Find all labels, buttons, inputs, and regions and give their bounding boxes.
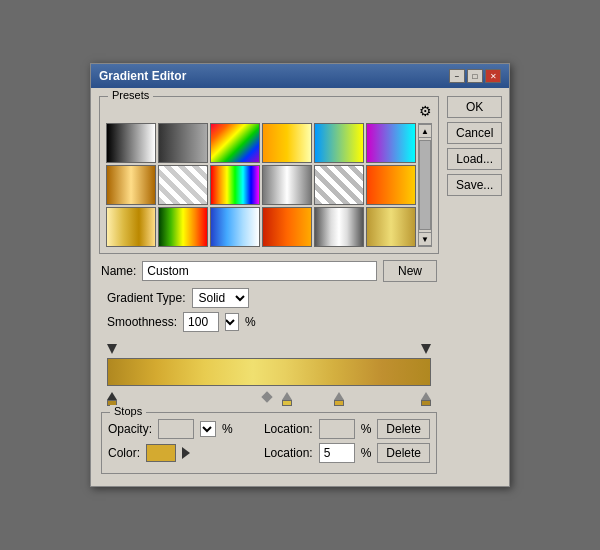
gradient-bar-area bbox=[107, 340, 431, 408]
color-stop-2[interactable] bbox=[282, 392, 292, 406]
stops-group: Stops Opacity: % Location: % Delete Colo… bbox=[101, 412, 437, 474]
location-opacity-input[interactable] bbox=[319, 419, 355, 439]
location-unit-opacity: % bbox=[361, 422, 372, 436]
list-item[interactable] bbox=[314, 123, 364, 163]
dialog-title: Gradient Editor bbox=[99, 69, 186, 83]
list-item[interactable] bbox=[366, 165, 416, 205]
gradient-bar[interactable] bbox=[107, 358, 431, 386]
delete-color-button[interactable]: Delete bbox=[377, 443, 430, 463]
location-label-color: Location: bbox=[264, 446, 313, 460]
left-panel: Presets ⚙ bbox=[99, 96, 439, 478]
list-item[interactable] bbox=[366, 207, 416, 247]
presets-scrollbar[interactable]: ▲ ▼ bbox=[418, 123, 432, 247]
gradient-type-label: Gradient Type: bbox=[107, 291, 186, 305]
name-row: Name: New bbox=[99, 260, 439, 282]
maximize-button[interactable]: □ bbox=[467, 69, 483, 83]
name-label: Name: bbox=[101, 264, 136, 278]
new-button[interactable]: New bbox=[383, 260, 437, 282]
title-bar: Gradient Editor − □ ✕ bbox=[91, 64, 509, 88]
opacity-label: Opacity: bbox=[108, 422, 152, 436]
list-item[interactable] bbox=[106, 165, 156, 205]
gear-icon[interactable]: ⚙ bbox=[419, 103, 432, 119]
list-item[interactable] bbox=[262, 123, 312, 163]
color-arrow-button[interactable] bbox=[182, 447, 190, 459]
list-item[interactable] bbox=[262, 165, 312, 205]
list-item[interactable] bbox=[314, 165, 364, 205]
list-item[interactable] bbox=[106, 207, 156, 247]
list-item[interactable] bbox=[314, 207, 364, 247]
location-unit-color: % bbox=[361, 446, 372, 460]
gradient-type-select[interactable]: Solid Noise bbox=[192, 288, 249, 308]
list-item[interactable] bbox=[366, 123, 416, 163]
color-stop-3[interactable] bbox=[334, 392, 344, 406]
location-label-opacity: Location: bbox=[264, 422, 313, 436]
color-stop-1[interactable] bbox=[107, 392, 117, 406]
cancel-button[interactable]: Cancel bbox=[447, 122, 502, 144]
location-color-input[interactable] bbox=[319, 443, 355, 463]
scroll-down-arrow[interactable]: ▼ bbox=[418, 232, 432, 246]
close-button[interactable]: ✕ bbox=[485, 69, 501, 83]
opacity-unit: % bbox=[222, 422, 233, 436]
color-stop-row: Color: Location: % Delete bbox=[108, 443, 430, 463]
color-label: Color: bbox=[108, 446, 140, 460]
smoothness-unit: % bbox=[245, 315, 256, 329]
list-item[interactable] bbox=[210, 207, 260, 247]
minimize-button[interactable]: − bbox=[449, 69, 465, 83]
delete-opacity-button[interactable]: Delete bbox=[377, 419, 430, 439]
list-item[interactable] bbox=[158, 207, 208, 247]
presets-grid-container: ▲ ▼ bbox=[106, 123, 432, 247]
scroll-up-arrow[interactable]: ▲ bbox=[418, 124, 432, 138]
right-panel: OK Cancel Load... Save... bbox=[447, 96, 502, 478]
opacity-stop-right[interactable] bbox=[421, 344, 431, 354]
ok-button[interactable]: OK bbox=[447, 96, 502, 118]
presets-grid bbox=[106, 123, 416, 247]
smoothness-label: Smoothness: bbox=[107, 315, 177, 329]
opacity-value-input[interactable] bbox=[158, 419, 194, 439]
smoothness-input[interactable] bbox=[183, 312, 219, 332]
midpoint-diamond[interactable] bbox=[261, 391, 272, 402]
list-item[interactable] bbox=[158, 123, 208, 163]
presets-group: Presets ⚙ bbox=[99, 96, 439, 254]
list-item[interactable] bbox=[158, 165, 208, 205]
list-item[interactable] bbox=[106, 123, 156, 163]
load-button[interactable]: Load... bbox=[447, 148, 502, 170]
list-item[interactable] bbox=[262, 207, 312, 247]
scroll-thumb[interactable] bbox=[419, 140, 431, 230]
name-input[interactable] bbox=[142, 261, 377, 281]
save-button[interactable]: Save... bbox=[447, 174, 502, 196]
presets-header: ⚙ bbox=[106, 103, 432, 119]
smoothness-spinner[interactable] bbox=[225, 313, 239, 331]
dialog-content: Presets ⚙ bbox=[91, 88, 509, 486]
stops-label: Stops bbox=[110, 405, 146, 417]
list-item[interactable] bbox=[210, 165, 260, 205]
color-stop-4[interactable] bbox=[421, 392, 431, 406]
opacity-stop-row: Opacity: % Location: % Delete bbox=[108, 419, 430, 439]
opacity-stop-left[interactable] bbox=[107, 344, 117, 354]
opacity-spinner[interactable] bbox=[200, 421, 216, 437]
presets-label: Presets bbox=[108, 89, 153, 101]
title-bar-buttons: − □ ✕ bbox=[449, 69, 501, 83]
list-item[interactable] bbox=[210, 123, 260, 163]
smoothness-row: Smoothness: % bbox=[107, 312, 439, 332]
gradient-editor-dialog: Gradient Editor − □ ✕ Presets ⚙ bbox=[90, 63, 510, 487]
gradient-type-row: Gradient Type: Solid Noise bbox=[107, 288, 439, 308]
color-swatch[interactable] bbox=[146, 444, 176, 462]
